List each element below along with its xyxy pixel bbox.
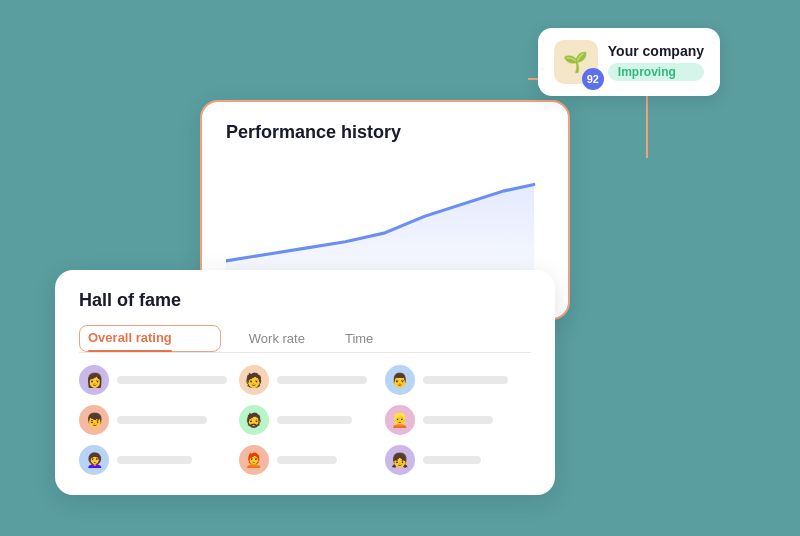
avatar: 👱 [385,405,415,435]
table-row: 👩 🧑 👨 [79,365,531,395]
col-overall-2: 👦 [79,405,239,435]
col-time-3: 👧 [385,445,531,475]
bar-overall-1 [117,376,227,384]
bar-workrate-1 [277,376,367,384]
col-time-1: 👨 [385,365,531,395]
bar-workrate-2 [277,416,352,424]
avatar: 🧑‍🦰 [239,445,269,475]
bar-workrate-3 [277,456,337,464]
avatar: 🧔 [239,405,269,435]
bar-time-3 [423,456,481,464]
hall-tabs: Overall rating Work rate Time [79,325,531,353]
col-workrate-2: 🧔 [239,405,385,435]
company-badge: 🌱 92 Your company Improving [538,28,720,96]
bar-overall-2 [117,416,207,424]
avatar: 🧑 [239,365,269,395]
avatar: 👦 [79,405,109,435]
avatar: 👩‍🦱 [79,445,109,475]
company-name: Your company [608,43,704,59]
tab-overall[interactable]: Overall rating [88,324,172,351]
bar-time-2 [423,416,493,424]
hall-title: Hall of fame [79,290,531,311]
tab-workrate[interactable]: Work rate [249,325,305,352]
avatar: 👩 [79,365,109,395]
bar-time-1 [423,376,508,384]
col-workrate-3: 🧑‍🦰 [239,445,385,475]
company-info: Your company Improving [608,43,704,81]
hall-of-fame-card: Hall of fame Overall rating Work rate Ti… [55,270,555,495]
company-icon: 🌱 92 [554,40,598,84]
table-row: 👦 🧔 👱 [79,405,531,435]
table-row: 👩‍🦱 🧑‍🦰 👧 [79,445,531,475]
col-overall-1: 👩 [79,365,239,395]
performance-title: Performance history [226,122,544,143]
tab-overall-wrapper[interactable]: Overall rating [79,325,221,352]
tab-time[interactable]: Time [345,325,373,352]
company-status: Improving [608,63,704,81]
hall-list: 👩 🧑 👨 👦 [79,365,531,475]
company-score: 92 [582,68,604,90]
col-workrate-1: 🧑 [239,365,385,395]
col-overall-3: 👩‍🦱 [79,445,239,475]
col-time-2: 👱 [385,405,531,435]
bar-overall-3 [117,456,192,464]
avatar: 👨 [385,365,415,395]
avatar: 👧 [385,445,415,475]
